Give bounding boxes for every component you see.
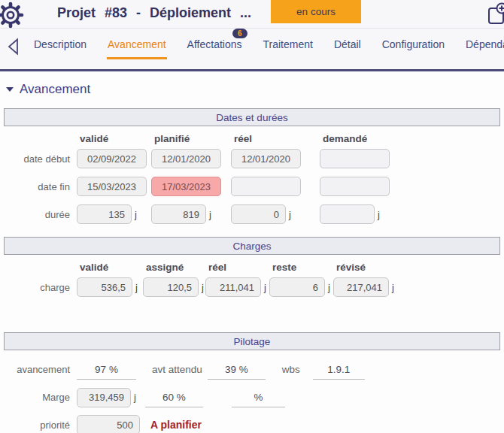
- date-fin-demande-input[interactable]: [320, 177, 390, 196]
- col-valide: validé: [77, 262, 143, 273]
- dates-column-headers: validé planifié réel demandé: [4, 133, 500, 144]
- tab-affectations[interactable]: Affectations 6: [187, 36, 243, 59]
- wbs-label: wbs: [282, 364, 300, 375]
- tab-avancement[interactable]: Avancement: [107, 36, 167, 59]
- date-debut-planifie-input[interactable]: [151, 149, 221, 168]
- affectations-count-badge: 6: [232, 29, 247, 38]
- back-chevron-icon[interactable]: [6, 38, 21, 56]
- row-avancement: avancement avt attendu wbs: [4, 359, 500, 380]
- tab-list: Description Avancement Affectations 6 Tr…: [33, 36, 504, 59]
- section-header-avancement: Avancement: [6, 82, 500, 97]
- col-assigne: assigné: [143, 262, 205, 273]
- pilotage-section-title: Pilotage: [234, 336, 271, 347]
- charges-section-title: Charges: [232, 241, 271, 252]
- unit-label: j: [202, 282, 204, 293]
- col-revise: révisé: [333, 262, 397, 273]
- tab-affectations-label: Affectations: [187, 38, 242, 50]
- unit-label: j: [378, 209, 380, 220]
- avt-attendu-label: avt attendu: [152, 364, 202, 375]
- avancement-panel: Avancement Dates et durées validé planif…: [0, 71, 504, 433]
- project-window: Projet #83 - Déploiement ... en cours De…: [0, 0, 504, 433]
- unit-label: j: [135, 282, 138, 293]
- col-valide: validé: [77, 133, 151, 144]
- charge-reste-input[interactable]: [269, 277, 325, 297]
- row-marge: Marge j: [4, 387, 500, 407]
- tab-bar: Description Avancement Affectations 6 Tr…: [0, 29, 504, 71]
- tab-detail[interactable]: Détail: [333, 36, 362, 59]
- date-fin-reel-input[interactable]: [231, 177, 301, 196]
- col-demande: demandé: [320, 133, 393, 144]
- unit-label: j: [392, 282, 394, 293]
- charge-valide-input[interactable]: [77, 277, 132, 297]
- row-label: durée: [4, 209, 77, 220]
- avt-attendu-input[interactable]: [208, 359, 266, 380]
- row-label: date début: [4, 153, 77, 165]
- col-reel: réel: [205, 262, 269, 273]
- collapse-triangle-icon[interactable]: [6, 87, 14, 92]
- tab-configuration[interactable]: Configuration: [381, 36, 445, 59]
- dates-section-title: Dates et durées: [216, 112, 287, 123]
- date-debut-demande-input[interactable]: [320, 149, 390, 168]
- date-fin-valide-input[interactable]: [77, 177, 147, 196]
- marge-label: Marge: [4, 392, 77, 403]
- avancement-label: avancement: [4, 364, 77, 375]
- wbs-input[interactable]: [313, 359, 365, 380]
- page-title: Projet #83 - Déploiement ...: [57, 5, 251, 21]
- avancement-input[interactable]: [77, 359, 136, 380]
- date-debut-valide-input[interactable]: [77, 149, 147, 168]
- row-date-fin: date fin: [4, 177, 500, 196]
- charge-assigne-input[interactable]: [143, 277, 199, 297]
- row-charge: charge j j j j j: [4, 277, 500, 297]
- tab-description[interactable]: Description: [33, 36, 87, 59]
- marge-pct-input[interactable]: [145, 387, 203, 407]
- unit-label: j: [209, 209, 211, 220]
- unit-label: j: [134, 392, 136, 403]
- unit-label: j: [264, 282, 266, 293]
- row-label: date fin: [4, 181, 77, 192]
- duplicate-plus-icon[interactable]: [485, 2, 504, 27]
- settings-gear-icon[interactable]: [0, 0, 26, 31]
- planning-status-text: A planifier: [150, 419, 202, 431]
- marge-pct-secondary-input[interactable]: [232, 387, 285, 407]
- col-reel: réel: [231, 133, 320, 144]
- charge-reel-input[interactable]: [205, 277, 261, 297]
- date-fin-planifie-input[interactable]: [151, 177, 221, 196]
- unit-label: j: [289, 209, 291, 220]
- pilotage-section-bar: Pilotage: [4, 332, 500, 350]
- charge-revise-input[interactable]: [333, 277, 389, 297]
- row-label: charge: [4, 282, 77, 293]
- row-date-debut: date début: [4, 149, 500, 168]
- duree-reel-input[interactable]: [231, 204, 286, 224]
- priorite-input[interactable]: [77, 415, 140, 433]
- section-title: Avancement: [20, 82, 90, 97]
- row-priorite: priorité A planifier: [4, 415, 500, 433]
- row-duree: durée j j j j: [4, 204, 500, 224]
- tab-dependances[interactable]: Dépendances: [465, 36, 504, 59]
- top-bar: Projet #83 - Déploiement ... en cours: [0, 0, 504, 29]
- marge-input[interactable]: [77, 388, 131, 407]
- priorite-label: priorité: [4, 419, 77, 431]
- unit-label: j: [328, 282, 330, 293]
- project-status-button[interactable]: en cours: [271, 0, 361, 23]
- dates-section-bar: Dates et durées: [4, 108, 500, 126]
- duree-valide-input[interactable]: [77, 204, 132, 224]
- charges-section-bar: Charges: [4, 237, 500, 255]
- col-planifie: planifié: [151, 133, 231, 144]
- tab-traitement[interactable]: Traitement: [263, 36, 314, 59]
- duree-planifie-input[interactable]: [151, 204, 206, 224]
- duree-demande-input[interactable]: [320, 204, 375, 224]
- unit-label: j: [135, 209, 137, 220]
- date-debut-reel-input[interactable]: [231, 149, 301, 168]
- charges-column-headers: validé assigné réel reste révisé: [4, 262, 500, 273]
- col-reste: reste: [269, 262, 333, 273]
